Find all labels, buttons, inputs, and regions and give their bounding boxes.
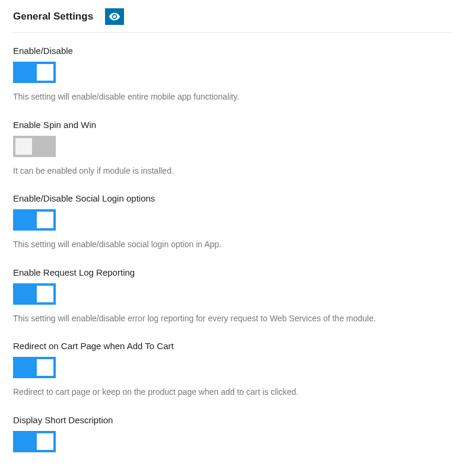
setting-label: Enable/Disable <box>13 46 451 56</box>
toggle-handle <box>15 138 32 155</box>
setting-description: It can be enabled only if module is inst… <box>13 165 451 177</box>
toggle-handle <box>37 64 53 81</box>
setting-redirect-cart: Redirect on Cart Page when Add To Cart R… <box>13 341 451 398</box>
setting-label: Display Short Description <box>13 415 451 425</box>
setting-spin-and-win: Enable Spin and Win It can be enabled on… <box>13 120 451 177</box>
setting-social-login: Enable/Disable Social Login options This… <box>13 193 451 251</box>
page-title: General Settings <box>13 11 93 23</box>
toggle-enable-disable[interactable] <box>13 62 56 83</box>
toggle-request-log[interactable] <box>13 283 56 305</box>
toggle-redirect-cart[interactable] <box>13 357 56 378</box>
setting-description: This setting will enable/disable error l… <box>13 313 451 325</box>
settings-header: General Settings <box>13 8 451 33</box>
toggle-handle <box>37 359 53 376</box>
toggle-handle <box>37 286 53 302</box>
setting-label: Enable/Disable Social Login options <box>13 193 451 203</box>
setting-request-log: Enable Request Log Reporting This settin… <box>13 267 451 325</box>
setting-enable-disable: Enable/Disable This setting will enable/… <box>13 46 451 103</box>
setting-label: Enable Request Log Reporting <box>13 267 451 277</box>
toggle-short-description[interactable] <box>13 431 56 452</box>
toggle-handle <box>37 212 53 228</box>
toggle-social-login[interactable] <box>13 209 56 231</box>
setting-short-description: Display Short Description <box>13 415 451 452</box>
setting-label: Enable Spin and Win <box>13 120 451 130</box>
setting-label: Redirect on Cart Page when Add To Cart <box>13 341 451 351</box>
toggle-spin-and-win <box>13 136 56 157</box>
eye-icon <box>109 11 120 23</box>
preview-button[interactable] <box>105 8 124 25</box>
setting-description: This setting will enable/disable social … <box>13 239 451 251</box>
toggle-handle <box>37 433 53 450</box>
setting-description: Redirect to cart page or keep on the pro… <box>13 386 451 398</box>
setting-description: This setting will enable/disable entire … <box>13 91 451 103</box>
